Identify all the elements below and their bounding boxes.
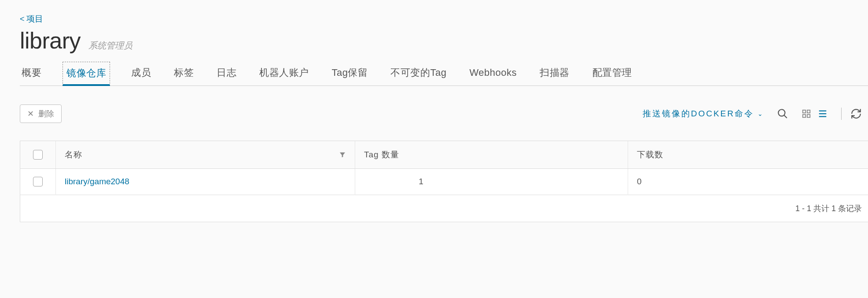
tab-tag-retention[interactable]: Tag保留 <box>330 62 370 86</box>
page-title-row: library 系统管理员 <box>20 27 868 54</box>
refresh-icon <box>850 108 862 119</box>
repo-tag-count: 1 <box>419 177 423 186</box>
tab-logs[interactable]: 日志 <box>215 62 238 86</box>
chevron-left-icon: < <box>20 15 25 24</box>
svg-point-0 <box>778 109 785 116</box>
tab-bar: 概要 镜像仓库 成员 标签 日志 机器人账户 Tag保留 不可变的Tag Web… <box>20 62 868 86</box>
push-cmd-label: 推送镜像的DOCKER命令 <box>643 108 754 119</box>
chevron-down-icon: ⌄ <box>758 110 763 117</box>
select-all-checkbox[interactable] <box>33 150 43 160</box>
repo-download-count: 0 <box>637 177 642 186</box>
tab-overview[interactable]: 概要 <box>20 62 43 86</box>
divider <box>841 108 842 120</box>
tab-repositories[interactable]: 镜像仓库 <box>63 62 110 86</box>
svg-rect-3 <box>807 110 810 113</box>
tab-labels[interactable]: 标签 <box>172 62 195 86</box>
tab-scanner[interactable]: 扫描器 <box>538 62 571 86</box>
delete-button[interactable]: ✕ 删除 <box>20 104 62 123</box>
tab-robot-accounts[interactable]: 机器人账户 <box>257 62 311 86</box>
svg-line-1 <box>784 115 787 118</box>
list-view-button[interactable] <box>815 106 831 121</box>
breadcrumb-back[interactable]: < 项目 <box>20 13 43 25</box>
svg-rect-5 <box>807 115 810 117</box>
search-button[interactable] <box>774 105 791 122</box>
table-header: 名称 Tag 数量 下载数 <box>20 141 868 169</box>
push-docker-cmd-dropdown[interactable]: 推送镜像的DOCKER命令 ⌄ <box>643 108 763 119</box>
table-footer: 1 - 1 共计 1 条记录 <box>20 195 868 222</box>
repositories-table: 名称 Tag 数量 下载数 library/game2048 1 0 1 - 1… <box>20 141 868 222</box>
svg-rect-4 <box>803 115 805 117</box>
tab-members[interactable]: 成员 <box>129 62 153 86</box>
svg-rect-2 <box>803 110 805 113</box>
pagination-info: 1 - 1 共计 1 条记录 <box>795 203 862 214</box>
filter-icon[interactable] <box>339 151 346 158</box>
row-checkbox[interactable] <box>33 177 43 186</box>
view-toggle <box>799 106 831 121</box>
action-row: ✕ 删除 推送镜像的DOCKER命令 ⌄ <box>20 104 868 123</box>
column-tags: Tag 数量 <box>364 150 399 159</box>
delete-button-label: 删除 <box>38 108 54 119</box>
grid-view-button[interactable] <box>799 106 814 121</box>
page-title: library <box>20 27 81 54</box>
tab-webhooks[interactable]: Webhooks <box>467 62 519 86</box>
tab-config[interactable]: 配置管理 <box>591 62 634 86</box>
breadcrumb-label: 项目 <box>26 13 43 25</box>
refresh-button[interactable] <box>848 105 864 122</box>
table-row: library/game2048 1 0 <box>20 169 868 195</box>
repo-name-link[interactable]: library/game2048 <box>65 177 129 186</box>
column-downloads: 下载数 <box>637 150 663 159</box>
search-icon <box>777 108 788 119</box>
grid-icon <box>802 109 811 119</box>
column-name: 名称 <box>65 149 82 160</box>
tab-immutable-tag[interactable]: 不可变的Tag <box>389 62 448 86</box>
close-icon: ✕ <box>27 109 34 119</box>
list-icon <box>817 109 828 119</box>
page-subtitle: 系统管理员 <box>88 40 132 52</box>
